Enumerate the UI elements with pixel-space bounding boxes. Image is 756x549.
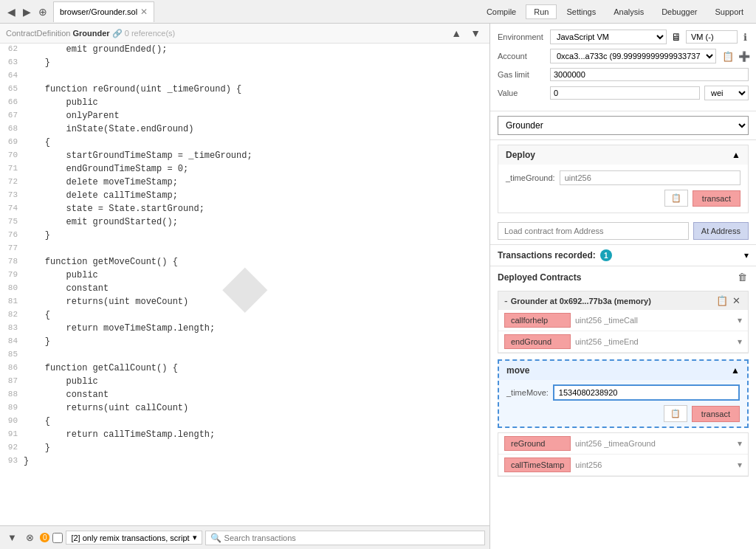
load-contract-input[interactable] [498,222,689,240]
line-content: { [24,309,489,322]
breadcrumb-down-button[interactable]: ▼ [467,26,484,41]
reground-row[interactable]: reGround uint256 _timeaGround ▾ [498,433,748,455]
table-row: 87 public [0,376,489,389]
callforhelp-param: uint256 _timeCall [575,316,733,325]
deploy-field-label: _timeGround: [506,173,555,182]
line-number: 80 [0,283,24,296]
unit-select[interactable]: wei [704,86,749,100]
reground-button[interactable]: reGround [504,436,571,451]
tx-checkbox[interactable] [52,533,63,543]
line-number: 83 [0,322,24,336]
tab-settings[interactable]: Settings [558,4,604,19]
instance-collapse-button[interactable]: - [504,295,508,307]
calltimestamp-row[interactable]: callTimeStamp uint256 ▾ [498,455,748,476]
line-number: 78 [0,256,24,269]
home-button[interactable]: ⊕ [35,4,50,19]
expand-button[interactable]: ▼ [4,531,20,545]
line-content: constant [24,389,489,402]
breadcrumb-name: Grounder [73,29,110,38]
tab-close-button[interactable]: ✕ [140,7,148,17]
line-number: 88 [0,389,24,402]
line-content: delete moveTimeStamp; [24,176,489,190]
add-account-button[interactable]: ➕ [737,50,752,63]
contract-select[interactable]: Grounder [498,116,749,135]
close-instance-button[interactable]: ✕ [731,294,742,307]
tab-compile[interactable]: Compile [478,4,524,19]
deploy-transact-button[interactable]: transact [693,190,740,207]
stop-button[interactable]: ⊗ [23,531,37,545]
endground-chevron-icon: ▾ [738,336,742,347]
line-number: 93 [0,455,24,469]
tab-run[interactable]: Run [526,4,557,19]
top-right-tabs: Compile Run Settings Analysis Debugger S… [478,4,752,19]
line-content: return moveTimeStamp.length; [24,322,489,336]
table-row: 63 } [0,57,489,70]
line-number: 82 [0,309,24,322]
calltimestamp-param: uint256 [575,460,733,469]
code-bottom-bar: ▼ ⊗ 0 [2] only remix transactions, scrip… [0,525,489,549]
deploy-header[interactable]: Deploy ▲ [498,145,748,165]
transactions-badge: 1 [600,249,612,261]
endground-row[interactable]: endGround uint256 _timeEnd ▾ [498,331,748,353]
endground-button[interactable]: endGround [504,334,571,349]
deploy-copy-button[interactable]: 📋 [664,190,688,207]
line-content: } [24,336,489,349]
instance-name: Grounder at 0x692...77b3a (memory) [511,297,712,305]
gas-label: Gas limit [498,70,546,79]
right-panel: Environment JavaScript VM 🖥 VM (-) ℹ Acc… [490,24,756,549]
nav-back-button[interactable]: ◀ [4,4,18,19]
dropdown-arrow-icon: ▾ [193,533,197,542]
file-tab[interactable]: browser/Grounder.sol ✕ [53,1,154,22]
breadcrumb-up-button[interactable]: ▲ [448,26,464,41]
table-row: 93} [0,455,489,469]
gas-limit-input[interactable] [550,68,749,81]
transactions-recorded-header[interactable]: Transactions recorded: 1 ▾ [490,244,756,266]
table-row: 65 function reGround(uint _timeGround) { [0,83,489,97]
table-row: 86 function getCallCount() { [0,362,489,376]
move-copy-button[interactable]: 📋 [664,405,687,422]
copy-account-button[interactable]: 📋 [721,50,735,63]
search-input[interactable] [224,534,480,542]
line-content [24,243,489,256]
table-row: 79 public [0,269,489,283]
line-content: { [24,415,489,429]
deploy-body: _timeGround: 📋 transact [498,165,748,213]
line-number: 65 [0,83,24,97]
tab-analysis[interactable]: Analysis [605,4,652,19]
line-content: public [24,376,489,389]
at-address-button[interactable]: At Address [693,222,749,240]
tx-filter-dropdown[interactable]: [2] only remix transactions, script ▾ [66,531,202,545]
callforhelp-row[interactable]: callforhelp uint256 _timeCall ▾ [498,310,748,331]
table-row: 71 endGroundTimeStamp = 0; [0,163,489,176]
delete-deployed-button[interactable]: 🗑 [736,271,749,283]
calltimestamp-button[interactable]: callTimeStamp [504,458,571,472]
tab-debugger[interactable]: Debugger [653,4,705,19]
environment-select[interactable]: JavaScript VM [550,30,667,44]
line-number: 71 [0,163,24,176]
line-content: startGroundTimeStamp = _timeGround; [24,150,489,163]
move-header[interactable]: move ▲ [499,361,747,380]
deploy-time-ground-input[interactable] [560,170,740,185]
code-area[interactable]: 62 emit groundEnded();63 }6465 function … [0,44,489,469]
tab-support[interactable]: Support [707,4,752,19]
environment-row: Environment JavaScript VM 🖥 VM (-) ℹ [498,30,749,44]
copy-instance-button[interactable]: 📋 [715,294,729,307]
move-time-input[interactable] [553,384,740,401]
line-content: returns(uint callCount) [24,402,489,415]
transactions-label: Transactions recorded: [498,250,596,260]
callforhelp-button[interactable]: callforhelp [504,313,571,328]
line-content: function getCallCount() { [24,362,489,376]
line-content: onlyParent [24,110,489,123]
table-row: 67 onlyParent [0,110,489,123]
table-row: 77 [0,243,489,256]
value-input[interactable] [550,86,700,100]
table-row: 89 returns(uint callCount) [0,402,489,415]
table-row: 64 [0,70,489,83]
account-select[interactable]: 0xca3...a733c (99.99999999999933737 [550,49,716,63]
move-transact-button[interactable]: transact [692,406,740,422]
tx-search-box[interactable]: 🔍 [205,531,485,545]
info-button[interactable]: ℹ [742,31,749,44]
nav-forward-button[interactable]: ▶ [20,4,34,19]
line-content: emit groundEnded(); [24,44,489,57]
table-row: 88 constant [0,389,489,402]
